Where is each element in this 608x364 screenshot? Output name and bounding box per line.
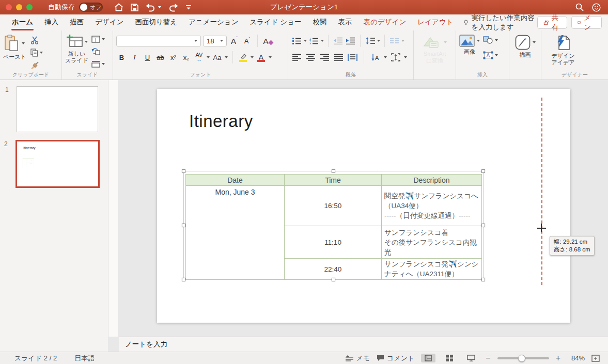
save-icon[interactable] (131, 4, 138, 11)
tab-design[interactable]: デザイン (89, 14, 129, 31)
line-spacing-chevron-icon[interactable] (377, 40, 380, 42)
share-button[interactable]: 共有 (537, 16, 568, 29)
font-name-combo[interactable] (116, 36, 201, 46)
notes-pane[interactable]: ノートを入力 (119, 337, 608, 352)
minimize-window-button[interactable] (16, 4, 22, 10)
memo-button[interactable]: メモ (346, 354, 370, 363)
tab-home[interactable]: ホーム (6, 14, 39, 31)
zoom-slider-knob[interactable] (518, 355, 525, 362)
bullets-button[interactable] (291, 36, 302, 46)
text-direction-chevron-icon[interactable] (384, 56, 387, 58)
bold-button[interactable]: B (116, 52, 127, 63)
undo-button[interactable] (146, 3, 161, 12)
underline-button[interactable]: U (142, 52, 153, 63)
insert-textbox-button[interactable]: A (483, 51, 498, 59)
grow-font-button[interactable]: Aˆ (229, 36, 240, 46)
zoom-out-button[interactable]: − (486, 354, 490, 362)
align-left-button[interactable] (291, 52, 302, 63)
picture-dropdown-chevron-icon[interactable] (477, 40, 480, 42)
align-text-vertical-button[interactable] (390, 52, 401, 63)
new-slide-button[interactable]: 新しい スライド (65, 35, 88, 64)
align-text-vertical-chevron-icon[interactable] (404, 56, 407, 58)
increase-indent-button[interactable] (345, 36, 356, 46)
slide-2-canvas[interactable]: Itinerary DateTimeDescriptionMon, June 3… (157, 89, 570, 323)
columns-chevron-icon[interactable] (401, 40, 404, 42)
highlight-color-button[interactable] (238, 52, 248, 63)
tab-transitions[interactable]: 画面切り替え (129, 14, 183, 31)
change-case-button[interactable]: Aa (212, 52, 223, 63)
description-cell[interactable]: 関空発✈️サンフランシスコへ（UA34便） -----（日付変更線通過）----… (382, 186, 482, 226)
align-right-button[interactable] (319, 52, 330, 63)
font-color-chevron-icon[interactable] (269, 56, 272, 58)
section-dropdown-chevron-icon[interactable] (102, 63, 105, 65)
normal-view-button[interactable] (421, 354, 435, 362)
tab-animations[interactable]: アニメーション (183, 14, 244, 31)
zoom-window-button[interactable] (26, 4, 33, 10)
table-handle-middle-left[interactable] (182, 224, 185, 227)
close-window-button[interactable] (6, 4, 12, 10)
font-name-chevron-icon[interactable] (194, 40, 197, 42)
new-slide-dropdown-chevron-icon[interactable] (85, 41, 88, 43)
numbering-chevron-icon[interactable] (321, 40, 324, 42)
slide-sorter-view-button[interactable] (442, 354, 457, 362)
font-color-button[interactable]: A (256, 52, 267, 63)
smartart-chevron-icon[interactable] (444, 41, 447, 43)
textbox-chevron-icon[interactable] (495, 54, 498, 56)
tab-view[interactable]: 表示 (333, 14, 358, 31)
draw-dropdown-chevron-icon[interactable] (533, 41, 536, 43)
fit-to-window-button[interactable] (591, 355, 600, 362)
shrink-font-button[interactable]: Aˇ (242, 36, 253, 46)
paste-dropdown-chevron-icon[interactable] (22, 42, 25, 44)
insert-picture-button[interactable]: 画像 (459, 35, 480, 55)
slideshow-view-button[interactable] (463, 354, 479, 362)
statusbar-comments-button[interactable]: コメント (377, 354, 414, 363)
superscript-button[interactable]: x² (168, 52, 179, 63)
zoom-percentage[interactable]: 84% (567, 354, 585, 362)
tab-review[interactable]: 校閲 (307, 14, 333, 31)
tab-table-design[interactable]: 表のデザイン (358, 14, 412, 31)
table-handle-bottom-center[interactable] (332, 278, 335, 281)
slide-thumbnail-2[interactable]: Itinerary DateTimeDescriptionMon, June 3… (15, 140, 100, 188)
clear-formatting-button[interactable]: A (262, 36, 273, 46)
autosave-toggle[interactable]: オフ (79, 3, 103, 12)
justify-button[interactable] (333, 52, 344, 63)
table-handle-top-center[interactable] (332, 169, 335, 173)
numbering-button[interactable]: 123 (308, 36, 319, 46)
table-header-time[interactable]: Time (285, 175, 382, 186)
zoom-in-button[interactable]: + (556, 354, 560, 362)
tab-table-layout[interactable]: レイアウト (412, 14, 459, 31)
format-painter-button[interactable] (30, 60, 43, 69)
date-cell[interactable]: Mon, June 3 (186, 186, 285, 280)
table-handle-bottom-right[interactable] (481, 278, 485, 281)
reset-slide-button[interactable] (91, 47, 105, 56)
quick-access-options-icon[interactable] (185, 4, 192, 10)
layout-dropdown-chevron-icon[interactable] (102, 38, 105, 40)
italic-button[interactable]: I (129, 52, 140, 63)
distribute-text-button[interactable] (347, 52, 358, 63)
description-cell[interactable]: サンフランシスコ着 その後サンフランシスコ内観光 (382, 226, 482, 259)
table-header-description[interactable]: Description (382, 175, 482, 186)
bullets-chevron-icon[interactable] (304, 40, 307, 42)
highlight-color-chevron-icon[interactable] (251, 56, 254, 58)
paste-button[interactable]: ペースト (3, 35, 26, 60)
font-size-chevron-icon[interactable] (220, 40, 223, 42)
align-center-button[interactable] (305, 52, 316, 63)
tell-me-search[interactable]: 実行したい作業内容を入力します (464, 13, 537, 32)
table-handle-bottom-left[interactable] (182, 278, 185, 281)
language-indicator[interactable]: 日本語 (74, 354, 95, 363)
slide-layout-button[interactable] (91, 35, 105, 43)
shapes-chevron-icon[interactable] (495, 39, 498, 41)
slide-title[interactable]: Itinerary (189, 112, 253, 131)
search-icon[interactable] (575, 3, 584, 11)
change-case-chevron-icon[interactable] (225, 56, 228, 58)
description-cell[interactable]: サンフランシスコ発✈️シンシナティへ（UA2311便） (382, 259, 482, 280)
zoom-slider[interactable] (497, 357, 549, 359)
comments-button[interactable]: コメント (571, 16, 602, 29)
cut-button[interactable] (30, 36, 43, 44)
insert-shape-button[interactable] (483, 36, 498, 44)
draw-button[interactable]: 描画 (512, 35, 538, 58)
undo-dropdown-chevron-icon[interactable] (158, 6, 161, 8)
columns-button[interactable] (389, 36, 400, 46)
section-button[interactable] (91, 59, 105, 68)
table-handle-top-right[interactable] (481, 169, 485, 173)
